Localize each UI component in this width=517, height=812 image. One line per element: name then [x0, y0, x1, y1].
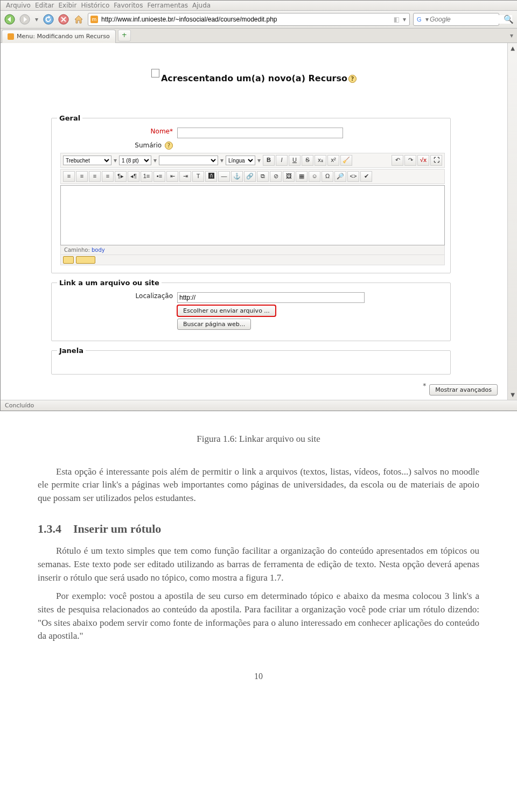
home-button[interactable]: [73, 13, 85, 25]
page-number: 10: [38, 670, 479, 682]
hr-button[interactable]: —: [218, 171, 230, 182]
scroll-up-icon[interactable]: ▲: [511, 45, 515, 51]
section-title: Inserir um rótulo: [73, 522, 161, 535]
search-web-button[interactable]: Buscar página web...: [177, 319, 251, 330]
scroll-down-icon[interactable]: ▼: [511, 392, 515, 398]
paragraph-3: Por exemplo: você postou a apostila de s…: [38, 590, 479, 643]
feed-icon[interactable]: ◧: [394, 16, 400, 23]
find-button[interactable]: 🔎: [334, 171, 346, 182]
back-button[interactable]: [4, 13, 16, 25]
menu-historico[interactable]: Histórico: [80, 2, 110, 9]
help-sumario-icon[interactable]: ?: [165, 142, 173, 150]
page-title: Acrescentando um(a) novo(a) Recurso?: [3, 44, 505, 111]
tab-active[interactable]: Menu: Modificando um Recurso: [2, 30, 116, 43]
fieldset-geral: Geral Nome* Sumário ? Trebuchet ▾ 1 (8 p…: [51, 114, 451, 273]
input-nome[interactable]: [177, 128, 343, 138]
url-dropdown[interactable]: ▾: [402, 16, 407, 23]
tab-strip: Menu: Modificando um Recurso + ▾: [1, 29, 517, 43]
style-select[interactable]: [159, 156, 218, 165]
ol-button[interactable]: 1≡: [141, 171, 152, 182]
subscript-button[interactable]: x₂: [315, 155, 326, 166]
nav-toolbar: ▾ m ◧ ▾ G ▾ 🔍: [1, 11, 517, 29]
scrollbar[interactable]: ▲ ▼: [507, 43, 517, 400]
underline-button[interactable]: U: [289, 155, 301, 166]
choose-file-button[interactable]: Escolher ou enviar arquivo ...: [177, 305, 276, 316]
menu-ferramentas[interactable]: Ferramentas: [146, 2, 189, 9]
unlink-button[interactable]: ⧉: [257, 171, 269, 182]
bgcolor-button[interactable]: 🅰: [205, 171, 217, 182]
indent-button[interactable]: ⇥: [179, 171, 191, 182]
legend-janela: Janela: [57, 347, 86, 355]
fullscreen-button[interactable]: ⛶: [430, 155, 442, 166]
clean-button[interactable]: 🧹: [340, 155, 352, 166]
menu-editar[interactable]: Editar: [34, 2, 55, 9]
anchor-button[interactable]: ⚓: [231, 171, 243, 182]
ltr-button[interactable]: ¶▸: [115, 171, 127, 182]
image-button[interactable]: 🖼: [283, 171, 295, 182]
advanced-row: * Mostrar avançados: [3, 380, 505, 400]
undo-button[interactable]: ↶: [392, 155, 403, 166]
menu-favoritos[interactable]: Favoritos: [113, 2, 144, 9]
align-center-button[interactable]: ≡: [76, 171, 88, 182]
table-button[interactable]: ▦: [296, 171, 308, 182]
help-icon[interactable]: ?: [348, 75, 357, 83]
editor-toolbar-2: ≡ ≡ ≡ ≡ ¶▸ ◂¶ 1≡ •≡ ⇤ ⇥ T 🅰 — ⚓: [60, 169, 445, 184]
size-select[interactable]: 1 (8 pt): [119, 156, 151, 165]
url-bar[interactable]: m ◧ ▾: [88, 13, 410, 26]
superscript-button[interactable]: x²: [327, 155, 339, 166]
char-button[interactable]: Ω: [322, 171, 333, 182]
menu-exibir[interactable]: Exibir: [57, 2, 78, 9]
align-right-button[interactable]: ≡: [89, 171, 101, 182]
align-justify-button[interactable]: ≡: [102, 171, 114, 182]
editor-help-icon[interactable]: [63, 256, 74, 264]
ul-button[interactable]: •≡: [153, 171, 165, 182]
paragraph-1: Esta opção é interessante pois além de p…: [38, 465, 479, 505]
menubar: Arquivo Editar Exibir Histórico Favorito…: [1, 1, 517, 11]
menu-ajuda[interactable]: Ajuda: [191, 2, 212, 9]
bold-button[interactable]: B: [263, 155, 275, 166]
tab-favicon-icon: [8, 33, 14, 40]
textcolor-button[interactable]: T: [192, 171, 204, 182]
outdent-button[interactable]: ⇤: [166, 171, 178, 182]
nav-history-dropdown[interactable]: ▾: [34, 16, 39, 23]
html-button[interactable]: <>: [347, 171, 359, 182]
rtl-button[interactable]: ◂¶: [128, 171, 139, 182]
strike-button[interactable]: S: [302, 155, 313, 166]
font-select[interactable]: Trebuchet: [63, 156, 111, 165]
label-sumario: Sumário: [135, 142, 162, 149]
url-input[interactable]: [100, 15, 392, 24]
show-advanced-button[interactable]: Mostrar avançados: [429, 384, 498, 396]
label-nome: Nome*: [151, 128, 173, 135]
search-input[interactable]: [429, 15, 512, 24]
editor-textarea[interactable]: [60, 185, 445, 245]
legend-geral: Geral: [57, 114, 82, 122]
tabs-menu-button[interactable]: ▾: [506, 32, 517, 39]
tab-label: Menu: Modificando um Recurso: [17, 33, 110, 40]
link-button[interactable]: 🔗: [244, 171, 256, 182]
editor-toolbar-1: Trebuchet ▾ 1 (8 pt) ▾ ▾ Língua ▾ B I U …: [60, 153, 445, 168]
document-icon: [151, 69, 159, 77]
italic-button[interactable]: I: [276, 155, 288, 166]
editor-resize-icon[interactable]: [76, 256, 95, 264]
new-tab-button[interactable]: +: [118, 30, 131, 41]
editor-bottom-bar: [60, 255, 445, 265]
lang-select[interactable]: Língua: [226, 156, 255, 165]
editor-path-value: body: [92, 247, 105, 253]
search-box[interactable]: G ▾: [413, 13, 499, 26]
redo-button[interactable]: ↷: [404, 155, 416, 166]
menu-arquivo[interactable]: Arquivo: [5, 2, 32, 9]
stop-button[interactable]: [58, 13, 69, 25]
document-body: Figura 1.6: Linkar arquivo ou site Esta …: [38, 433, 479, 682]
page-viewport: Acrescentando um(a) novo(a) Recurso? Ger…: [1, 43, 517, 400]
search-icon[interactable]: 🔍: [502, 15, 514, 24]
legend-link: Link a um arquivo ou site: [57, 279, 162, 287]
forward-button[interactable]: [19, 13, 31, 25]
favicon-icon: m: [90, 16, 98, 23]
smiley-button[interactable]: ☺: [309, 171, 320, 182]
nolink-button[interactable]: ⊘: [270, 171, 282, 182]
sqrt-button[interactable]: √x: [417, 155, 429, 166]
reload-button[interactable]: [43, 13, 54, 25]
align-left-button[interactable]: ≡: [63, 171, 75, 182]
input-localizacao[interactable]: [177, 292, 365, 303]
spell-button[interactable]: ✔: [360, 171, 372, 182]
